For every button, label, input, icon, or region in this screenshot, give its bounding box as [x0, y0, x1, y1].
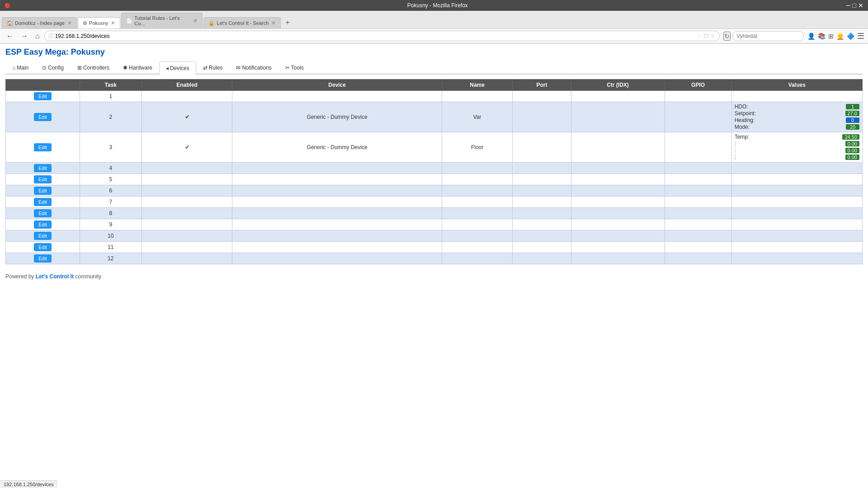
enabled-cell — [142, 208, 232, 219]
col-header-enabled: Enabled — [142, 80, 232, 91]
nav-item-devices-label: Devices — [170, 65, 189, 71]
values-cell — [731, 91, 862, 102]
maximize-icon[interactable]: □ — [853, 2, 856, 9]
user-icon[interactable]: 👤 — [807, 33, 815, 40]
edit-cell: Edit — [6, 91, 80, 102]
footer: Powered by Let's Control It community — [5, 273, 863, 280]
tab-pokusny-close[interactable]: ✕ — [111, 20, 115, 26]
enabled-cell — [142, 91, 232, 102]
edit-button[interactable]: Edit — [34, 187, 52, 195]
device-name — [232, 174, 442, 185]
table-row: Edit8 — [6, 208, 863, 219]
device-task-name — [442, 208, 513, 219]
device-name — [232, 185, 442, 197]
nav-item-tools[interactable]: ✂ Tools — [278, 61, 311, 74]
nav-item-main[interactable]: ⌂ Main — [5, 61, 35, 74]
device-task-name — [442, 242, 513, 253]
profile-icon[interactable]: 👱 — [836, 33, 844, 40]
tab-pokusny[interactable]: ⚙ Pokusny ✕ — [78, 17, 120, 28]
tab-tutorial-close[interactable]: ✕ — [193, 18, 198, 24]
nav-item-controllers[interactable]: ⊞ Controllers — [71, 61, 116, 74]
tab-tutorial[interactable]: 📄 Tutorial Rules - Let's Co... ✕ — [121, 13, 203, 28]
forward-button[interactable]: → — [18, 31, 31, 41]
value-badge: 27.0 — [845, 111, 859, 116]
device-name — [232, 230, 442, 242]
edit-button[interactable]: Edit — [34, 143, 52, 151]
refresh-button[interactable]: ↻ — [723, 32, 731, 41]
nav-item-notifications-label: Notifications — [242, 65, 271, 71]
edit-button[interactable]: Edit — [34, 164, 52, 172]
search-bar[interactable] — [732, 31, 804, 41]
close-icon[interactable]: ✕ — [858, 2, 863, 9]
main-nav: ⌂ Main ⊙ Config ⊞ Controllers ✱ Hardware… — [5, 61, 863, 75]
tab-tutorial-label: Tutorial Rules - Let's Co... — [134, 15, 190, 26]
col-header-device: Device — [232, 80, 442, 91]
values-cell — [731, 197, 862, 208]
col-header-task: Task — [80, 80, 142, 91]
edit-button[interactable]: Edit — [34, 113, 52, 121]
edit-cell: Edit — [6, 132, 80, 163]
ctr-cell — [571, 253, 665, 264]
col-header-port: Port — [513, 80, 571, 91]
back-button[interactable]: ← — [4, 31, 16, 41]
nav-item-hardware[interactable]: ✱ Hardware — [116, 61, 159, 74]
nav-item-config[interactable]: ⊙ Config — [35, 61, 71, 74]
sidebar-icon[interactable]: ⊞ — [828, 33, 834, 40]
home-button[interactable]: ⌂ — [33, 31, 42, 41]
edit-cell: Edit — [6, 163, 80, 174]
nav-item-rules[interactable]: ⇄ Rules — [196, 61, 230, 74]
edit-button[interactable]: Edit — [34, 232, 52, 240]
minimize-icon[interactable]: ─ — [846, 2, 851, 9]
edit-cell: Edit — [6, 174, 80, 185]
edit-button[interactable]: Edit — [34, 198, 52, 206]
table-row: Edit12 — [6, 253, 863, 264]
value-badge: 20 — [846, 124, 859, 130]
menu-icon[interactable]: ☰ — [857, 31, 864, 41]
edit-cell: Edit — [6, 197, 80, 208]
tab-domoticz-close[interactable]: ✕ — [67, 20, 72, 26]
table-row: Edit10 — [6, 230, 863, 242]
ctr-cell — [571, 242, 665, 253]
edit-button[interactable]: Edit — [34, 243, 52, 251]
enabled-cell — [142, 174, 232, 185]
col-header-edit — [6, 80, 80, 91]
nav-item-notifications[interactable]: ✉ Notifications — [229, 61, 278, 74]
task-number: 11 — [80, 242, 142, 253]
values-cell — [731, 253, 862, 264]
tab-domoticz[interactable]: 🏠 Domoticz - Index page ✕ — [2, 17, 77, 28]
edit-button[interactable]: Edit — [34, 175, 52, 183]
main-nav-icon: ⌂ — [12, 65, 15, 71]
extensions-icon[interactable]: 🔷 — [847, 33, 854, 40]
tab-letscontrol-label: Let's Control It - Search — [217, 20, 269, 26]
gpio-cell — [665, 219, 731, 230]
enabled-cell — [142, 163, 232, 174]
edit-button[interactable]: Edit — [34, 209, 52, 217]
tools-nav-icon: ✂ — [285, 65, 290, 71]
tab-pokusny-icon: ⚙ — [83, 20, 87, 26]
edit-button[interactable]: Edit — [34, 221, 52, 229]
tab-domoticz-icon: 🏠 — [7, 20, 13, 26]
address-bar[interactable]: ⓘ ··· 🛡 ☆ — [44, 31, 720, 41]
edit-button[interactable]: Edit — [34, 92, 52, 100]
search-input[interactable] — [736, 33, 800, 39]
edit-button[interactable]: Edit — [34, 254, 52, 263]
new-tab-button[interactable]: + — [282, 17, 293, 28]
value-label: HDO: — [735, 103, 748, 110]
devices-nav-icon: ◂ — [166, 65, 169, 71]
tab-letscontrol[interactable]: 🔒 Let's Control It - Search ✕ — [203, 17, 281, 28]
task-number: 9 — [80, 219, 142, 230]
title-bar: 🔴 Pokusny - Mozilla Firefox ─ □ ✕ — [0, 0, 868, 11]
nav-item-devices[interactable]: ◂ Devices — [159, 61, 196, 75]
port-cell — [513, 197, 571, 208]
window-controls[interactable]: ─ □ ✕ — [846, 2, 866, 9]
bookmarks-icon[interactable]: 📚 — [818, 33, 826, 40]
tab-letscontrol-icon: 🔒 — [208, 20, 215, 26]
letscontrol-link[interactable]: Let's Control It — [36, 273, 74, 280]
task-number: 8 — [80, 208, 142, 219]
value-row: Mode:20 — [735, 124, 859, 130]
address-input[interactable] — [55, 33, 696, 39]
device-name — [232, 208, 442, 219]
port-cell — [513, 219, 571, 230]
tab-letscontrol-close[interactable]: ✕ — [271, 20, 276, 26]
port-cell — [513, 253, 571, 264]
